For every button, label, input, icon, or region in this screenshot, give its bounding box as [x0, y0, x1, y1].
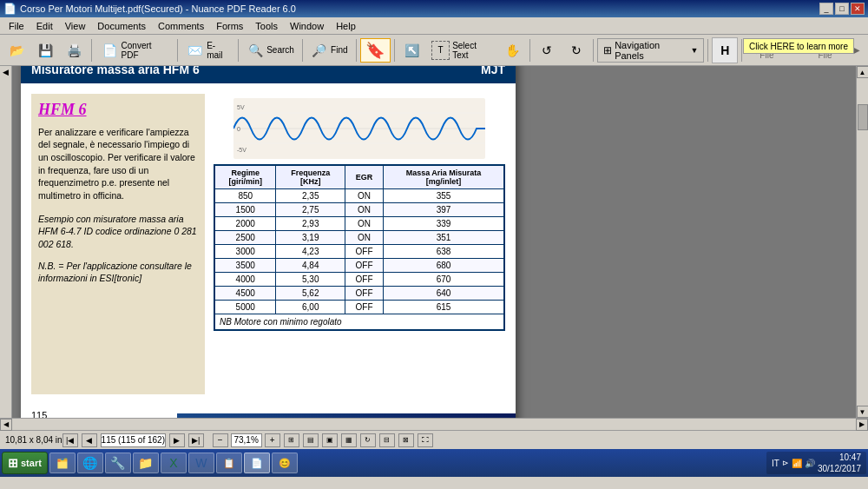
col-egr: EGR — [345, 165, 384, 189]
find-button[interactable]: 🔎 Find — [306, 37, 352, 63]
undo-icon: ↺ — [538, 41, 556, 60]
save-button[interactable]: 💾 — [32, 37, 59, 63]
description-text: Per analizzare e verificare l'ampiezza d… — [38, 126, 198, 202]
table-cell: 351 — [384, 230, 504, 244]
fit-page-button[interactable]: ⊞ — [284, 433, 299, 447]
scroll-down-button[interactable]: ▼ — [857, 406, 869, 418]
rotate-button[interactable]: ↻ — [360, 433, 376, 447]
page-input[interactable] — [101, 433, 166, 447]
taskbar-word[interactable]: W — [188, 453, 214, 473]
menu-comments[interactable]: Comments — [153, 19, 209, 33]
table-cell: 3000 — [214, 244, 276, 258]
clock-display[interactable]: 10:47 30/12/2017 — [818, 452, 861, 474]
search-button[interactable]: 🔍 Search — [242, 37, 299, 63]
separator-9 — [707, 39, 708, 62]
dimensions-label: 10,81 x 8,04 in — [5, 435, 62, 445]
window-title: Corso Per Motori Multijet.pdf(Secured) -… — [20, 3, 296, 14]
h-label: H — [720, 43, 729, 57]
last-page-button[interactable]: ▶| — [188, 433, 204, 447]
pointer-icon: ↖️ — [403, 41, 421, 60]
navigation-panels-button[interactable]: ⊞ Navigation Panels ▼ — [597, 38, 704, 63]
scroll-right-button[interactable]: ▶ — [856, 419, 868, 431]
taskbar-app3[interactable]: 🔧 — [105, 453, 131, 473]
view-mode-3-button[interactable]: ▦ — [341, 433, 357, 447]
taskbar-app7[interactable]: 📋 — [216, 453, 242, 473]
scroll-left-button[interactable]: ◀ — [0, 419, 12, 431]
maximize-button[interactable]: □ — [835, 3, 849, 15]
menu-help[interactable]: Help — [331, 19, 361, 33]
separator-8 — [593, 39, 594, 62]
zoom-out-button[interactable]: − — [213, 433, 228, 447]
email-button[interactable]: ✉️ E-mail — [181, 37, 234, 63]
first-page-button[interactable]: |◀ — [62, 433, 78, 447]
menu-tools[interactable]: Tools — [250, 19, 283, 33]
taskbar-app9[interactable]: 😊 — [272, 453, 298, 473]
excel-icon: X — [169, 456, 177, 470]
nav-panels-dropdown-icon[interactable]: ▼ — [690, 46, 698, 55]
table-cell: 6,00 — [276, 300, 345, 314]
menu-documents[interactable]: Documents — [92, 19, 151, 33]
table-cell: 2,75 — [276, 202, 345, 216]
table-cell: 5000 — [214, 300, 276, 314]
menu-file[interactable]: File — [3, 19, 30, 33]
select-text-button[interactable]: T Select Text — [427, 37, 497, 63]
convert-icon: 📄 — [100, 41, 118, 60]
taskbar-pdf-active[interactable]: 📄 — [244, 453, 270, 473]
page-header: Misuratore massa aria HFM 6 MJT — [21, 66, 516, 83]
taskbar-folder[interactable]: 📁 — [133, 453, 159, 473]
menu-forms[interactable]: Forms — [211, 19, 248, 33]
table-cell: 1500 — [214, 202, 276, 216]
minimize-button[interactable]: _ — [819, 3, 833, 15]
table-cell: OFF — [345, 244, 384, 258]
blue-bar — [177, 413, 516, 419]
split-button[interactable]: ⊟ — [379, 433, 395, 447]
open-button[interactable]: 📂 — [3, 37, 30, 63]
menu-window[interactable]: Window — [285, 19, 329, 33]
pointer-button[interactable]: ↖️ — [398, 37, 425, 63]
scroll-up-button[interactable]: ▲ — [857, 66, 869, 78]
dual-page-button[interactable]: ⊠ — [398, 433, 414, 447]
redo-button[interactable]: ↻ — [562, 37, 589, 63]
table-row: 25003,19ON351 — [214, 230, 504, 244]
vertical-scrollbar: ▲ ▼ — [856, 66, 868, 418]
table-cell: 638 — [384, 244, 504, 258]
zoom-input[interactable] — [231, 433, 262, 447]
table-cell: 3500 — [214, 258, 276, 272]
next-page-button[interactable]: ▶ — [169, 433, 185, 447]
open-icon: 📂 — [8, 41, 26, 60]
menu-view[interactable]: View — [60, 19, 91, 33]
print-button[interactable]: 🖨️ — [61, 37, 88, 63]
view-mode-1-button[interactable]: ▤ — [303, 433, 319, 447]
convert-pdf-button[interactable]: 📄 Convert PDF — [95, 37, 174, 63]
table-row: 8502,35ON355 — [214, 188, 504, 202]
app9-icon: 😊 — [279, 458, 291, 469]
highlights-button[interactable]: H — [712, 37, 738, 63]
taskbar-excel[interactable]: X — [161, 453, 187, 473]
taskbar-chrome[interactable]: 🌐 — [77, 453, 103, 473]
zoom-controls: − + — [213, 433, 280, 447]
zoom-in-button[interactable]: + — [265, 433, 280, 447]
search-label: Search — [266, 45, 294, 55]
find-icon: 🔎 — [311, 41, 328, 60]
left-panel-toggle[interactable]: ◀ — [0, 66, 12, 418]
start-button[interactable]: ⊞ start — [2, 452, 48, 474]
table-cell: 339 — [384, 216, 504, 230]
undo-button[interactable]: ↺ — [534, 37, 561, 63]
bookmark-icon: 🔖 — [365, 41, 385, 60]
convert-label: Convert PDF — [122, 41, 170, 60]
learn-here-button[interactable]: Click HERE to learn more — [743, 38, 854, 54]
table-note-row: NB Motore con minimo regolato — [214, 314, 504, 330]
hand-tool-button[interactable]: ✋ — [499, 37, 526, 63]
scroll-thumb[interactable] — [858, 104, 868, 130]
find-label: Find — [331, 45, 347, 55]
col-frequenza: Frequenza[KHz] — [276, 165, 345, 189]
menu-edit[interactable]: Edit — [31, 19, 58, 33]
view-mode-2-button[interactable]: ▣ — [322, 433, 338, 447]
taskbar-explorer[interactable]: 🗂️ — [49, 453, 76, 473]
prev-page-button[interactable]: ◀ — [82, 433, 97, 447]
col-regime: Regime[giri/min] — [214, 165, 276, 189]
bookmark-button[interactable]: 🔖 — [360, 38, 391, 63]
page-footer: 115 — [21, 405, 516, 419]
close-button[interactable]: ✕ — [851, 3, 865, 15]
fullscreen-button[interactable]: ⛶ — [418, 433, 433, 447]
